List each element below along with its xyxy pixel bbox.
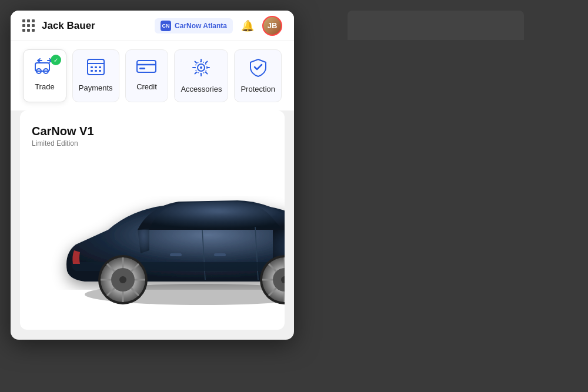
svg-rect-11 — [137, 61, 156, 72]
check-badge-trade: ✓ — [51, 55, 61, 65]
vehicle-subtitle: Limited Edition — [32, 139, 285, 148]
credit-icon — [136, 58, 157, 78]
main-content: CarNow V1 Limited Edition View Vehicle D… — [20, 110, 285, 330]
svg-rect-6 — [95, 66, 97, 68]
nav-cards: ✓ Trade — [11, 41, 294, 110]
accessories-label: Accessories — [181, 85, 222, 93]
accessories-icon — [192, 58, 211, 80]
protection-icon — [249, 58, 267, 80]
nav-card-protection[interactable]: Protection — [234, 49, 282, 102]
page-title: Jack Bauer — [42, 20, 95, 32]
app-window: Jack Bauer CN CarNow Atlanta 🔔 JB ✓ — [11, 11, 294, 340]
svg-rect-10 — [99, 70, 101, 72]
svg-point-15 — [200, 66, 202, 69]
car-image: G — [32, 153, 285, 318]
dealer-name: CarNow Atlanta — [175, 22, 227, 30]
svg-rect-5 — [91, 66, 93, 68]
header-right: CN CarNow Atlanta 🔔 JB — [155, 16, 282, 36]
bell-icon[interactable]: 🔔 — [241, 19, 254, 32]
avatar[interactable]: JB — [262, 16, 282, 36]
protection-label: Protection — [240, 85, 275, 93]
credit-label: Credit — [136, 82, 157, 91]
dealer-badge[interactable]: CN CarNow Atlanta — [155, 18, 233, 33]
svg-rect-46 — [214, 253, 226, 256]
svg-rect-7 — [99, 66, 101, 68]
nav-card-trade[interactable]: ✓ Trade — [23, 49, 66, 102]
nav-card-accessories[interactable]: Accessories — [174, 49, 228, 102]
payments-label: Payments — [79, 83, 113, 92]
svg-rect-9 — [95, 70, 97, 72]
header: Jack Bauer CN CarNow Atlanta 🔔 JB — [11, 11, 294, 41]
avatar-initials: JB — [268, 21, 278, 30]
apps-icon[interactable] — [22, 19, 35, 32]
nav-card-credit[interactable]: Credit — [125, 49, 169, 102]
svg-rect-13 — [139, 68, 145, 69]
vehicle-section: CarNow V1 Limited Edition View Vehicle D… — [20, 110, 285, 330]
svg-rect-8 — [91, 70, 93, 72]
trade-label: Trade — [35, 82, 54, 91]
svg-rect-47 — [170, 253, 182, 256]
vehicle-title: CarNow V1 — [32, 125, 285, 138]
dealer-icon: CN — [161, 21, 171, 31]
nav-card-payments[interactable]: Payments — [72, 49, 119, 102]
header-left: Jack Bauer — [22, 19, 95, 32]
svg-point-37 — [119, 276, 126, 283]
payments-icon — [86, 58, 105, 79]
